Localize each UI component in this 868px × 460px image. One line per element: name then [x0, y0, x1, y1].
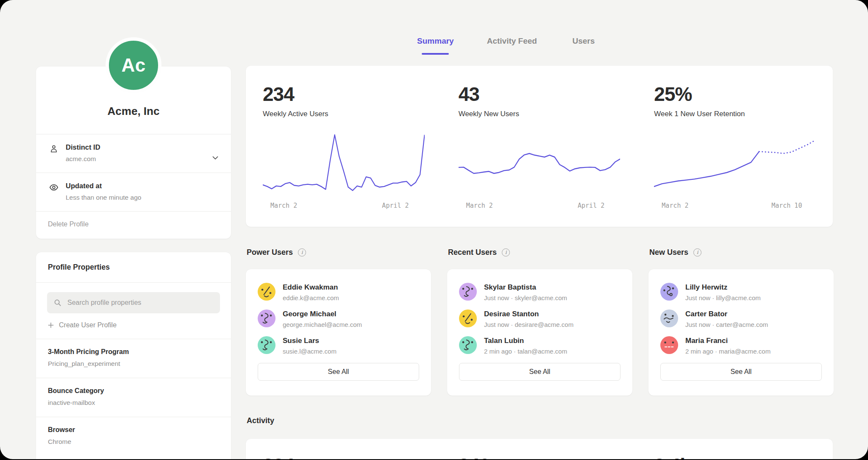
section-title: Recent Users — [448, 248, 497, 257]
user-name: Maria Franci — [685, 336, 771, 345]
search-input[interactable] — [67, 298, 214, 307]
create-user-profile-label: Create User Profile — [59, 321, 117, 329]
user-subtext: 2 min ago · maria@acme.com — [685, 348, 771, 355]
tab-summary[interactable]: Summary — [417, 36, 454, 55]
property-name: 3-Month Pricing Program — [48, 348, 219, 356]
property-value: Chrome — [48, 438, 219, 446]
stat-label: Week 1 New User Retention — [654, 110, 816, 118]
app-window: Ac Acme, Inc Distinct ID acme.com — [0, 0, 868, 459]
user-subtext: george.michael@acme.com — [283, 321, 362, 328]
tab-users[interactable]: Users — [570, 36, 597, 55]
profile-properties-card: Profile Properties — [36, 252, 231, 459]
x-axis-labels: March 2 March 10 — [654, 202, 816, 212]
stat-value: 43 — [459, 83, 620, 106]
info-icon[interactable] — [502, 248, 510, 256]
power-users-section: Power Users Eddie Kwakman eddie.k@acme.c… — [246, 246, 431, 259]
profile-field-updated-at[interactable]: Updated at Less than one minute ago — [36, 173, 231, 211]
new-users-card: Lilly Herwitz Just now · lilly@acme.com … — [648, 269, 834, 396]
user-name: Susie Lars — [283, 336, 337, 345]
metric-weekly-active-users: 234 Weekly Active Users March 2 April 2 — [246, 66, 442, 227]
person-icon — [49, 144, 59, 154]
profile-properties-title: Profile Properties — [36, 252, 231, 282]
property-row[interactable]: 3-Month Pricing Program Pricing_plan_exp… — [36, 339, 231, 378]
see-all-button[interactable]: See All — [258, 363, 419, 381]
plus-icon — [47, 321, 55, 329]
user-avatar — [258, 336, 275, 354]
activity-stat-value: 240 — [459, 454, 620, 459]
user-avatar — [459, 336, 477, 354]
info-icon[interactable] — [298, 248, 306, 256]
user-row[interactable]: Skylar Baptista Just now · skyler@acme.c… — [459, 283, 620, 301]
field-label: Distinct ID — [66, 143, 206, 151]
weekly-active-users-chart — [263, 129, 425, 199]
user-avatar — [660, 336, 678, 354]
search-wrap — [36, 283, 231, 313]
property-name: Browser — [48, 426, 219, 434]
recent-users-section: Recent Users Skylar Baptista Just now · … — [447, 246, 632, 259]
metric-weekly-new-users: 43 Weekly New Users March 2 April 2 — [442, 66, 637, 227]
activity-card: 234 240 3.4k — [246, 439, 833, 459]
user-avatar — [459, 309, 477, 327]
user-subtext: Just now · skyler@acme.com — [484, 294, 567, 301]
user-row[interactable]: George Michael george.michael@acme.com — [258, 309, 419, 328]
company-avatar-initials: Ac — [121, 55, 145, 76]
user-row[interactable]: Lilly Herwitz Just now · lilly@acme.com — [660, 283, 822, 301]
user-subtext: 2 min ago · talan@acme.com — [484, 348, 567, 355]
property-row[interactable]: Browser Chrome — [36, 417, 231, 456]
user-name: Talan Lubin — [484, 336, 567, 345]
field-value: acme.com — [66, 155, 206, 163]
stat-label: Weekly New Users — [459, 110, 620, 118]
activity-stat-value: 234 — [263, 454, 425, 459]
user-subtext: Just now · desirare@acme.com — [484, 321, 573, 328]
create-user-profile-button[interactable]: Create User Profile — [36, 313, 231, 339]
eye-icon — [49, 182, 59, 192]
tab-activity-feed[interactable]: Activity Feed — [487, 36, 537, 55]
activity-section-title: Activity — [247, 416, 274, 425]
user-avatar — [459, 283, 477, 301]
activity-metric: 240 — [442, 439, 637, 459]
active-tab-underline — [422, 53, 449, 55]
profile-field-distinct-id[interactable]: Distinct ID acme.com — [36, 134, 231, 173]
stat-value: 234 — [263, 83, 425, 106]
section-title: Power Users — [247, 248, 293, 257]
property-name: Bounce Category — [48, 387, 219, 395]
section-title: New Users — [649, 248, 688, 257]
activity-metric: 234 — [246, 439, 442, 459]
user-row[interactable]: Carter Bator Just now · carter@acme.com — [660, 309, 822, 328]
user-subtext: eddie.k@acme.com — [283, 294, 339, 301]
see-all-button[interactable]: See All — [459, 363, 620, 381]
stat-label: Weekly Active Users — [263, 110, 425, 118]
summary-card: 234 Weekly Active Users March 2 April 2 … — [246, 66, 833, 227]
activity-metric: 3.4k — [637, 439, 833, 459]
activity-stat-value: 3.4k — [654, 454, 816, 459]
power-users-card: Eddie Kwakman eddie.k@acme.com George Mi… — [246, 269, 431, 396]
field-label: Updated at — [66, 182, 206, 190]
user-row[interactable]: Eddie Kwakman eddie.k@acme.com — [258, 283, 419, 301]
user-row[interactable]: Susie Lars susie.l@acme.com — [258, 336, 419, 355]
delete-profile-button[interactable]: Delete Profile — [36, 211, 231, 239]
user-name: Desirae Stanton — [484, 309, 573, 318]
user-row[interactable]: Talan Lubin 2 min ago · talan@acme.com — [459, 336, 620, 355]
user-avatar — [258, 309, 275, 327]
stat-value: 25% — [654, 83, 816, 106]
property-row[interactable]: Bounce Category inactive-mailbox — [36, 378, 231, 417]
profile-properties-search[interactable] — [47, 292, 220, 313]
x-axis-labels: March 2 April 2 — [459, 202, 620, 212]
user-avatar — [660, 309, 678, 327]
user-row[interactable]: Desirae Stanton Just now · desirare@acme… — [459, 309, 620, 328]
user-subtext: susie.l@acme.com — [283, 348, 337, 355]
see-all-button[interactable]: See All — [660, 363, 822, 381]
company-avatar: Ac — [106, 37, 161, 93]
chevron-down-icon[interactable] — [211, 153, 220, 162]
user-subtext: Just now · carter@acme.com — [685, 321, 768, 328]
recent-users-card: Skylar Baptista Just now · skyler@acme.c… — [447, 269, 632, 396]
user-name: Eddie Kwakman — [283, 283, 339, 292]
user-row[interactable]: Maria Franci 2 min ago · maria@acme.com — [660, 336, 822, 355]
weekly-new-users-chart — [459, 129, 620, 199]
info-icon[interactable] — [693, 248, 701, 256]
field-value: Less than one minute ago — [66, 194, 206, 201]
x-axis-labels: March 2 April 2 — [263, 202, 425, 212]
user-subtext: Just now · lilly@acme.com — [685, 294, 761, 301]
property-value: inactive-mailbox — [48, 399, 219, 407]
search-icon — [53, 298, 62, 307]
